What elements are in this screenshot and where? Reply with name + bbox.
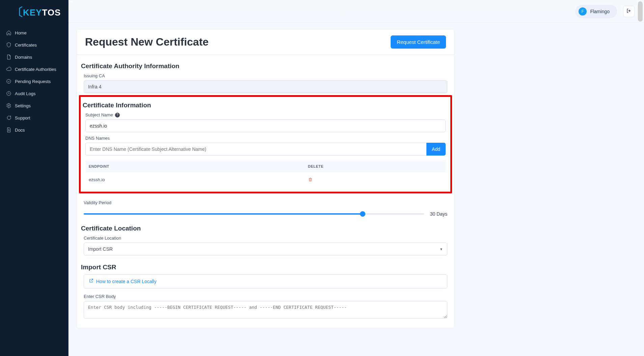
card-header: Request New Certificate Request Certific… bbox=[77, 29, 454, 55]
avatar: F bbox=[579, 7, 587, 16]
subject-name-input[interactable] bbox=[85, 119, 446, 132]
external-link-icon bbox=[89, 278, 93, 284]
sidebar-item-label: Certificates bbox=[15, 43, 37, 48]
sidebar-item-label: Docs bbox=[15, 128, 25, 133]
svg-point-2 bbox=[8, 105, 9, 106]
sidebar-nav: Home Certificates Domains Certificate Au… bbox=[0, 25, 68, 136]
subject-name-label-text: Subject Name bbox=[85, 112, 113, 117]
check-circle-icon bbox=[6, 79, 11, 84]
document-icon bbox=[6, 54, 11, 60]
sidebar-item-audit-logs[interactable]: Audit Logs bbox=[0, 87, 68, 100]
dns-name-input[interactable] bbox=[85, 143, 426, 156]
dns-table-header: ENDPOINT DELETE bbox=[85, 160, 446, 172]
location-field-label: Certificate Location bbox=[84, 236, 452, 241]
how-to-csr-link-box: How to create a CSR Locally bbox=[84, 274, 447, 289]
file-icon bbox=[6, 127, 11, 133]
help-icon[interactable]: ? bbox=[115, 113, 120, 117]
issuing-ca-field bbox=[84, 80, 447, 93]
sidebar-item-pending-requests[interactable]: Pending Requests bbox=[0, 75, 68, 87]
gear-icon bbox=[6, 103, 11, 108]
main-area: F Flamingo Request New Certificate Reque… bbox=[68, 0, 644, 356]
trash-icon bbox=[308, 178, 313, 183]
user-name: Flamingo bbox=[590, 9, 610, 14]
slider-thumb[interactable] bbox=[360, 211, 365, 217]
sidebar-item-support[interactable]: Support bbox=[0, 112, 68, 124]
logo-bracket-icon: 〔 bbox=[12, 7, 24, 17]
endpoint-cell: ezssh.io bbox=[89, 177, 308, 183]
sidebar-item-certificates[interactable]: Certificates bbox=[0, 39, 68, 51]
csr-body-textarea[interactable] bbox=[84, 301, 447, 319]
sidebar-item-domains[interactable]: Domains bbox=[0, 51, 68, 63]
page-title: Request New Certificate bbox=[85, 36, 208, 48]
certificate-location-select[interactable]: Import CSR ▼ bbox=[84, 243, 447, 255]
sidebar-item-label: Certificate Authorities bbox=[15, 67, 56, 72]
chevron-down-icon: ▼ bbox=[440, 247, 443, 251]
sidebar-item-docs[interactable]: Docs bbox=[0, 124, 68, 136]
dns-names-label: DNS Names bbox=[85, 136, 450, 141]
slider-track[interactable] bbox=[84, 213, 424, 215]
csr-body-label: Enter CSR Body bbox=[84, 294, 452, 299]
cloud-icon bbox=[6, 66, 11, 72]
sidebar-item-label: Home bbox=[15, 30, 27, 35]
logo-key: KEY bbox=[23, 7, 42, 18]
home-icon bbox=[6, 30, 11, 35]
dns-table: ENDPOINT DELETE ezssh.io bbox=[85, 160, 446, 186]
logo: 〔 KEYTOS bbox=[0, 0, 68, 25]
certificate-request-card: Request New Certificate Request Certific… bbox=[77, 29, 454, 328]
sidebar-item-label: Support bbox=[15, 115, 30, 120]
topbar: F Flamingo bbox=[68, 0, 644, 23]
svg-point-0 bbox=[7, 79, 11, 83]
validity-slider[interactable]: 30 Days bbox=[84, 211, 447, 217]
logout-icon bbox=[626, 8, 632, 15]
logout-button[interactable] bbox=[623, 6, 635, 17]
sidebar-item-label: Domains bbox=[15, 55, 32, 60]
chat-icon bbox=[6, 115, 11, 120]
sidebar-item-label: Audit Logs bbox=[15, 91, 35, 96]
cert-info-section-title: Certificate Information bbox=[81, 102, 450, 109]
sidebar-item-certificate-authorities[interactable]: Certificate Authorities bbox=[0, 63, 68, 75]
subject-name-label: Subject Name ? bbox=[85, 112, 450, 117]
table-row: ezssh.io bbox=[85, 172, 446, 186]
add-dns-button[interactable]: Add bbox=[426, 143, 446, 156]
location-section-title: Certificate Location bbox=[80, 225, 452, 232]
validity-value: 30 Days bbox=[430, 211, 447, 217]
clock-icon bbox=[6, 91, 11, 96]
import-csr-section-title: Import CSR bbox=[80, 264, 452, 271]
user-menu[interactable]: F Flamingo bbox=[575, 5, 617, 18]
validity-label: Validity Period bbox=[84, 200, 452, 205]
sidebar: 〔 KEYTOS Home Certificates Domains Certi… bbox=[0, 0, 68, 356]
request-certificate-button[interactable]: Request Certificate bbox=[391, 35, 446, 49]
sidebar-item-settings[interactable]: Settings bbox=[0, 100, 68, 112]
select-value: Import CSR bbox=[88, 246, 113, 252]
delete-row-button[interactable] bbox=[308, 178, 313, 183]
shield-icon bbox=[6, 42, 11, 48]
col-endpoint: ENDPOINT bbox=[89, 164, 308, 168]
content: Request New Certificate Request Certific… bbox=[68, 23, 644, 356]
certificate-info-highlight: Certificate Information Subject Name ? D… bbox=[79, 95, 452, 193]
ca-info-section-title: Certificate Authority Information bbox=[80, 62, 452, 70]
sidebar-item-home[interactable]: Home bbox=[0, 27, 68, 39]
scrollbar[interactable] bbox=[638, 1, 643, 22]
how-to-csr-link[interactable]: How to create a CSR Locally bbox=[96, 279, 157, 284]
col-delete: DELETE bbox=[308, 164, 442, 168]
sidebar-item-label: Pending Requests bbox=[15, 79, 51, 84]
issuing-ca-label: Issuing CA bbox=[84, 73, 452, 78]
sidebar-item-label: Settings bbox=[15, 103, 31, 108]
logo-tos: TOS bbox=[42, 7, 61, 18]
